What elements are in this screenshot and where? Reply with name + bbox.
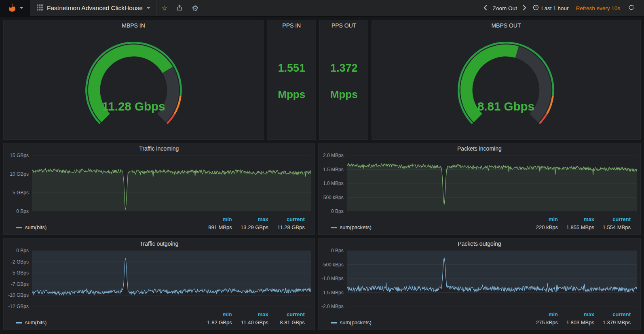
stat-pps-out: 1.372 Mpps [320,27,367,135]
dashboard-dropdown-caret-icon [147,7,150,9]
graph-body: 0 Bps-2 GBps-5 GBps-7 GBps-10 GBps-12 GB… [7,251,311,306]
legend-stats: min max current 991 MBps 13.29 GBps 11.2… [196,216,305,230]
series-name: sum(packets) [340,224,372,230]
plot-area[interactable] [347,155,637,211]
time-series-chart-traffic-incoming[interactable] [32,155,311,211]
panel-title-packets-outgoing[interactable]: Packets outgoing [322,238,637,249]
legend-series-toggle[interactable]: sum(bits) [16,224,46,230]
share-dashboard-button[interactable] [172,0,187,16]
row-top-stats: MBPS IN 11.28 Gbps PPS IN 1.551 Mpps PPS… [3,20,641,140]
legend-min-value: 275 kBps [522,319,558,325]
series-name: sum(packets) [340,319,372,325]
navbar: Fastnetmon Advanced ClickHouse ☆ ⚙ Zoom … [0,0,644,17]
time-series-chart-packets-incoming[interactable] [347,155,637,211]
panel-mbps-out: MBPS OUT 8.81 Gbps [372,20,641,140]
refresh-interval-button[interactable]: Refresh every 10s [572,5,624,11]
grafana-menu-button[interactable] [0,0,30,16]
refresh-icon [628,5,634,12]
panel-mbps-in: MBPS IN 11.28 Gbps [3,20,264,140]
y-axis-tick-label: -1.5 MBps [321,290,344,296]
panel-traffic-incoming: Traffic incoming 15 GBps10 GBps5 GBps0 B… [3,143,315,235]
legend-series-toggle[interactable]: sum(packets) [331,319,372,325]
panel-traffic-outgoing: Traffic outgoing 0 Bps-2 GBps-5 GBps-7 G… [3,238,315,330]
y-axis-tick-label: 1.5 MBps [323,167,344,172]
panel-title-traffic-outgoing[interactable]: Traffic outgoing [7,238,311,249]
legend-current-value: 11.28 GBps [268,224,305,230]
refresh-now-button[interactable] [624,4,638,12]
legend-header-max[interactable]: max [558,311,594,317]
gauge-wrap: 11.28 Gbps [4,31,263,139]
panel-title-traffic-incoming[interactable]: Traffic incoming [7,143,311,154]
plot-area[interactable] [347,251,637,306]
chevron-left-icon [484,5,487,12]
star-dashboard-button[interactable]: ☆ [157,0,172,16]
y-axis-tick-label: 0 Bps [16,208,29,214]
legend-header-max[interactable]: max [558,216,594,222]
y-axis-tick-label: 15 GBps [10,153,29,158]
legend-header-current[interactable]: current [594,216,631,222]
dashboard-picker[interactable]: Fastnetmon Advanced ClickHouse [30,0,157,16]
time-shift-back-button[interactable] [480,5,490,12]
legend-header-min[interactable]: min [522,311,558,317]
graph-body: 15 GBps10 GBps5 GBps0 Bps [7,155,311,211]
svg-text:8.81 Gbps: 8.81 Gbps [477,100,534,113]
dashboard-grid-icon [37,4,43,12]
svg-text:11.28 Gbps: 11.28 Gbps [102,100,165,113]
y-axis-tick-label: 5 GBps [13,190,29,196]
stat-value: 1.372 [330,62,358,74]
legend-max-value: 1.803 MBps [558,319,594,325]
y-axis-tick-label: 0 Bps [331,248,344,253]
grafana-flame-icon [7,2,17,14]
y-axis-traffic-incoming: 15 GBps10 GBps5 GBps0 Bps [7,155,32,211]
gauge-mbps-in: 11.28 Gbps [65,35,203,136]
legend-stats: min max current 220 kBps 1.855 MBps 1.55… [522,216,631,230]
panel-title-packets-incoming[interactable]: Packets incoming [322,143,637,154]
dashboard-settings-button[interactable]: ⚙ [187,0,203,16]
time-range-picker-button[interactable]: Last 1 hour [530,4,572,12]
y-axis-packets-incoming: 2.0 MBps1.5 MBps1.0 MBps500 kBps0 Bps [322,155,347,211]
time-range-label: Last 1 hour [541,5,569,11]
legend-series-toggle[interactable]: sum(bits) [16,319,46,325]
legend-min-value: 220 kBps [522,224,558,230]
legend-max-value: 11.40 GBps [232,319,268,325]
panel-title-mbps-out[interactable]: MBPS OUT [372,20,640,31]
time-shift-forward-button[interactable] [519,5,530,12]
legend-min-value: 1.82 GBps [196,319,232,325]
dashboard: MBPS IN 11.28 Gbps PPS IN 1.551 Mpps PPS… [0,17,644,333]
navbar-right: Zoom Out Last 1 hour Refresh every 10s [480,0,644,16]
legend-header-max[interactable]: max [232,216,268,222]
legend-header-min[interactable]: min [196,216,232,222]
time-series-chart-traffic-outgoing[interactable] [32,251,311,306]
legend-series-toggle[interactable]: sum(packets) [331,224,372,230]
legend-current-value: 1.554 MBps [594,224,631,230]
y-axis-tick-label: 500 kBps [323,195,344,200]
zoom-out-button[interactable]: Zoom Out [490,5,519,11]
panel-pps-in: PPS IN 1.551 Mpps [267,20,316,140]
plot-area[interactable] [32,251,311,306]
legend-min-value: 991 MBps [196,224,232,230]
y-axis-tick-label: 0 Bps [16,248,29,253]
legend-header-current[interactable]: current [268,311,305,317]
legend-header-max[interactable]: max [232,311,268,317]
legend-header-current[interactable]: current [268,216,305,222]
panel-packets-outgoing: Packets outgoing 0 Bps-500 kBps-1.0 MBps… [318,238,641,330]
panel-title-mbps-in[interactable]: MBPS IN [4,20,263,31]
y-axis-tick-label: -500 kBps [322,262,344,268]
legend-header-min[interactable]: min [196,311,232,317]
series-color-dash-icon [331,227,337,228]
gauge-mbps-out: 8.81 Gbps [437,35,575,136]
stat-pps-in: 1.551 Mpps [267,27,316,135]
star-icon: ☆ [161,5,167,12]
time-series-chart-packets-outgoing[interactable] [347,251,637,306]
legend: sum(packets) min max current 275 kBps 1.… [322,311,637,328]
series-name: sum(bits) [25,224,46,230]
y-axis-tick-label: -1.0 MBps [321,276,344,281]
legend-header-min[interactable]: min [522,216,558,222]
legend-header-current[interactable]: current [594,311,631,317]
graph-body: 2.0 MBps1.5 MBps1.0 MBps500 kBps0 Bps [322,155,637,211]
plot-area[interactable] [32,155,311,211]
y-axis-tick-label: 1.0 MBps [323,181,344,186]
series-name: sum(bits) [25,319,46,325]
y-axis-packets-outgoing: 0 Bps-500 kBps-1.0 MBps-1.5 MBps-2.0 MBp… [322,251,347,306]
y-axis-tick-label: -5 GBps [11,270,29,276]
